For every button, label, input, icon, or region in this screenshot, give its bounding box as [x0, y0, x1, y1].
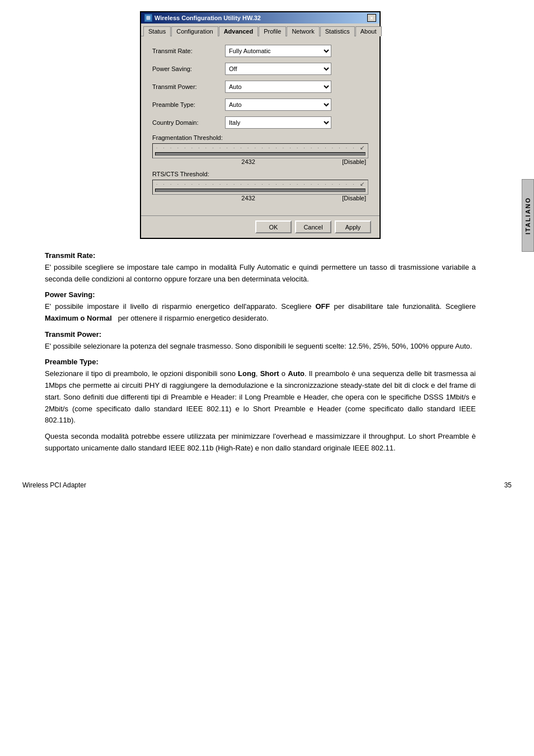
- transmit-rate-select-wrapper[interactable]: Fully Automatic: [225, 45, 331, 57]
- tab-status[interactable]: Status: [143, 26, 171, 36]
- transmit-rate-label: Transmit Rate:: [152, 48, 225, 54]
- rts-section: RTS/CTS Threshold: ··· ··· ··· ··· ··· ·…: [152, 171, 368, 201]
- dialog-tabs: Status Configuration Advanced Profile Ne…: [141, 24, 380, 36]
- footer-right: 35: [504, 481, 512, 489]
- tab-configuration[interactable]: Configuration: [171, 26, 218, 36]
- power-saving-select[interactable]: Off: [225, 63, 331, 75]
- preamble-type-title: Preamble Type:: [45, 358, 99, 366]
- dialog-wrapper: ⊞ Wireless Configuration Utility HW.32 ×…: [22, 11, 498, 239]
- rts-value: 2432: [241, 195, 255, 201]
- preamble-type-row: Preamble Type: Auto: [152, 98, 368, 111]
- side-language-tab: ITALIANO: [522, 179, 534, 252]
- power-saving-label: Power Saving:: [152, 65, 225, 72]
- app-icon: ⊞: [144, 14, 152, 22]
- transmit-power-select[interactable]: Auto: [225, 81, 331, 93]
- country-domain-label: Country Domain:: [152, 119, 225, 126]
- frag-values: 2432 [Disable]: [152, 158, 368, 165]
- apply-button[interactable]: Apply: [335, 220, 371, 233]
- transmit-rate-row: Transmit Rate: Fully Automatic: [152, 45, 368, 57]
- body-text: Transmit Rate: E' possibile scegliere se…: [22, 250, 498, 454]
- transmit-rate-section: Transmit Rate: E' possibile scegliere se…: [45, 250, 476, 285]
- transmit-power-row: Transmit Power: Auto: [152, 81, 368, 93]
- footer-left: Wireless PCI Adapter: [22, 481, 86, 489]
- rts-values: 2432 [Disable]: [152, 195, 368, 201]
- fragmentation-label: Fragmentation Threshold:: [152, 134, 368, 141]
- preamble-type-label: Preamble Type:: [152, 101, 225, 108]
- preamble-type-continued: Questa seconda modalità potrebbe essere …: [45, 431, 476, 454]
- titlebar-left: ⊞ Wireless Configuration Utility HW.32: [144, 14, 261, 22]
- frag-disable: [Disable]: [342, 158, 366, 165]
- close-button[interactable]: ×: [367, 14, 376, 22]
- power-saving-row: Power Saving: Off: [152, 63, 368, 75]
- dialog-title: Wireless Configuration Utility HW.32: [154, 15, 261, 21]
- ok-button[interactable]: OK: [255, 220, 292, 233]
- tab-advanced[interactable]: Advanced: [219, 26, 259, 36]
- page-footer: Wireless PCI Adapter 35: [0, 476, 534, 495]
- transmit-rate-select[interactable]: Fully Automatic: [225, 45, 331, 57]
- preamble-type-section: Preamble Type: Selezionare il tipo di pr…: [45, 356, 476, 426]
- tab-network[interactable]: Network: [287, 26, 319, 36]
- transmit-power-title: Transmit Power:: [45, 330, 101, 339]
- transmit-rate-title: Transmit Rate:: [45, 251, 95, 260]
- frag-value: 2432: [241, 158, 255, 165]
- fragmentation-section: Fragmentation Threshold: ··· ··· ··· ···…: [152, 134, 368, 165]
- preamble-type-select[interactable]: Auto: [225, 98, 331, 111]
- power-saving-select-wrapper[interactable]: Off: [225, 63, 331, 75]
- cancel-button[interactable]: Cancel: [295, 220, 331, 233]
- transmit-power-section: Transmit Power: E' possibile selezionare…: [45, 329, 476, 353]
- rts-disable: [Disable]: [342, 195, 366, 201]
- country-domain-select-wrapper[interactable]: Italy: [225, 116, 331, 129]
- rts-label: RTS/CTS Threshold:: [152, 171, 368, 177]
- frag-dots-row: ··· ··· ··· ··· ··· ··· ··· ··· ··· ·· ↙: [155, 145, 366, 152]
- transmit-power-select-wrapper[interactable]: Auto: [225, 81, 331, 93]
- dialog-titlebar: ⊞ Wireless Configuration Utility HW.32 ×: [141, 12, 380, 24]
- country-domain-row: Country Domain: Italy: [152, 116, 368, 129]
- tab-profile[interactable]: Profile: [259, 26, 286, 36]
- tab-statistics[interactable]: Statistics: [320, 26, 355, 36]
- country-domain-select[interactable]: Italy: [225, 116, 331, 129]
- preamble-type-select-wrapper[interactable]: Auto: [225, 98, 331, 111]
- tab-about[interactable]: About: [355, 26, 382, 36]
- power-saving-title: Power Saving:: [45, 290, 95, 299]
- dialog-body: Transmit Rate: Fully Automatic Power Sav…: [141, 36, 380, 215]
- wireless-config-dialog: ⊞ Wireless Configuration Utility HW.32 ×…: [140, 11, 381, 239]
- rts-dots-row: ··· ··· ··· ··· ··· ··· ··· ··· ··· ·· ↙: [155, 182, 366, 188]
- power-saving-section: Power Saving: E' possibile impostare il …: [45, 289, 476, 324]
- transmit-power-label: Transmit Power:: [152, 83, 225, 90]
- dialog-footer: OK Cancel Apply: [141, 215, 380, 238]
